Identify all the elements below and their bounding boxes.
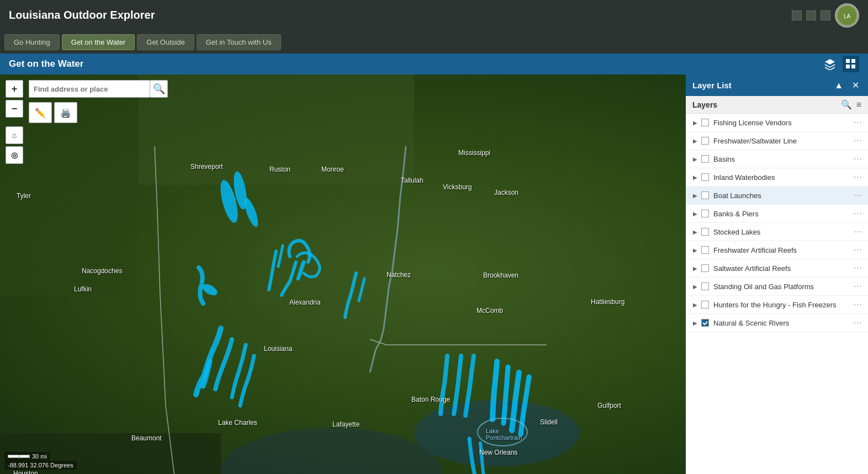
layer-expand-icon: ▶	[691, 210, 699, 217]
layer-checkbox-inland-waterbodies[interactable]	[701, 173, 709, 181]
layer-panel-title: Layer List	[692, 81, 732, 90]
scale-label: 30 mi	[32, 453, 47, 460]
layer-panel: Layer List ▲ ✕ Layers 🔍 ≡ ▶Fishing Licen…	[686, 74, 868, 474]
coordinates-display: -88.991 32.076 Degrees	[4, 461, 77, 470]
layer-checkbox-boat-launches[interactable]	[701, 191, 709, 199]
svg-text:LA: LA	[844, 13, 851, 19]
layer-checkbox-fishing-license[interactable]	[701, 119, 709, 126]
layer-name-boat-launches: Boat Launches	[713, 191, 854, 200]
layer-expand-icon: ▶	[691, 319, 699, 327]
layer-expand-icon: ▶	[691, 301, 699, 308]
header-icons	[822, 56, 859, 72]
layer-name-basins: Basins	[713, 155, 854, 163]
layer-item-freshwater-saltwater[interactable]: ▶Freshwater/Saltwater Line···	[686, 132, 868, 150]
scale-bar: 30 mi	[4, 452, 50, 461]
layer-expand-icon: ▶	[691, 264, 699, 272]
layer-item-hunters-hungry[interactable]: ▶Hunters for the Hungry - Fish Freezers·…	[686, 296, 868, 314]
layer-more-button-oil-gas[interactable]: ···	[854, 281, 862, 291]
layer-expand-icon: ▶	[691, 155, 699, 163]
search-input[interactable]	[29, 80, 150, 98]
layer-expand-icon: ▶	[691, 283, 699, 290]
extra-map-controls: ⌂ ◎	[6, 126, 23, 164]
svg-rect-4	[846, 65, 850, 68]
edit-button[interactable]: ✏️	[29, 102, 52, 123]
layer-more-button-hunters-hungry[interactable]: ···	[854, 300, 862, 310]
layer-item-inland-waterbodies[interactable]: ▶Inland Waterbodies···	[686, 168, 868, 187]
search-layers-button[interactable]: 🔍	[841, 99, 852, 110]
location-button[interactable]: ◎	[6, 146, 23, 164]
layer-more-button-basins[interactable]: ···	[854, 154, 862, 164]
layer-expand-icon: ▶	[691, 191, 699, 199]
layer-item-freshwater-reefs[interactable]: ▶Freshwater Artificial Reefs···	[686, 241, 868, 259]
search-bar: 🔍	[29, 80, 168, 98]
layer-panel-controls: ▲ ✕	[832, 79, 861, 92]
tab-get-on-water[interactable]: Get on the Water	[62, 34, 135, 50]
topbar-right: LA	[792, 3, 859, 28]
layer-name-fishing-license: Fishing License Vendors	[713, 119, 854, 127]
close-panel-button[interactable]: ✕	[850, 79, 861, 92]
layer-item-basins[interactable]: ▶Basins···	[686, 150, 868, 168]
layer-name-banks-piers: Banks & Piers	[713, 210, 854, 218]
app-logo: LA	[835, 3, 859, 28]
layer-item-boat-launches[interactable]: ▶Boat Launches···	[686, 187, 868, 205]
layer-expand-icon: ▶	[691, 228, 699, 236]
tab-get-outside[interactable]: Get Outside	[137, 34, 194, 50]
layer-item-stocked-lakes[interactable]: ▶Stocked Lakes···	[686, 223, 868, 241]
layer-item-saltwater-reefs[interactable]: ▶Saltwater Artificial Reefs···	[686, 259, 868, 278]
topbar: Louisiana Outdoor Explorer LA	[0, 0, 868, 30]
layer-more-button-freshwater-reefs[interactable]: ···	[854, 245, 862, 255]
search-button[interactable]: 🔍	[150, 80, 168, 98]
layers-icon-button[interactable]	[822, 56, 838, 72]
layer-checkbox-banks-piers[interactable]	[701, 210, 709, 217]
map-controls: + −	[6, 80, 23, 118]
layer-checkbox-freshwater-reefs[interactable]	[701, 246, 709, 254]
app-title: Louisiana Outdoor Explorer	[9, 9, 155, 22]
tab-go-hunting[interactable]: Go Hunting	[4, 34, 60, 50]
layer-more-button-boat-launches[interactable]: ···	[854, 190, 862, 200]
layer-more-button-saltwater-reefs[interactable]: ···	[854, 263, 862, 273]
layer-checkbox-hunters-hungry[interactable]	[701, 301, 709, 308]
layer-checkbox-saltwater-reefs[interactable]	[701, 264, 709, 272]
layer-more-button-inland-waterbodies[interactable]: ···	[854, 172, 862, 182]
layer-more-button-stocked-lakes[interactable]: ···	[854, 227, 862, 237]
layer-item-banks-piers[interactable]: ▶Banks & Piers···	[686, 205, 868, 223]
layer-item-natural-scenic[interactable]: ▶Natural & Scenic Rivers···	[686, 314, 868, 332]
layer-checkbox-stocked-lakes[interactable]	[701, 228, 709, 236]
layer-name-freshwater-saltwater: Freshwater/Saltwater Line	[713, 137, 854, 145]
layer-more-button-freshwater-saltwater[interactable]: ···	[854, 136, 862, 146]
edit-print-controls: ✏️ 🖨️	[29, 102, 77, 123]
filter-layers-button[interactable]: ≡	[856, 99, 861, 110]
svg-rect-8	[138, 74, 414, 185]
layer-panel-header: Layer List ▲ ✕	[686, 74, 868, 96]
tab-get-in-touch[interactable]: Get in Touch with Us	[197, 34, 281, 50]
layer-expand-icon: ▶	[691, 119, 699, 126]
layers-subheader-label: Layers	[692, 100, 717, 109]
grid-icon-button[interactable]	[843, 56, 859, 72]
layers-subheader-icons: 🔍 ≡	[841, 99, 861, 110]
section-header: Get on the Water	[0, 54, 868, 74]
collapse-panel-button[interactable]: ▲	[832, 79, 845, 92]
svg-rect-5	[851, 65, 855, 68]
layer-name-inland-waterbodies: Inland Waterbodies	[713, 173, 854, 182]
layer-more-button-natural-scenic[interactable]: ···	[854, 318, 862, 328]
layer-item-oil-gas[interactable]: ▶Standing Oil and Gas Platforms···	[686, 278, 868, 296]
svg-rect-2	[846, 59, 850, 63]
zoom-in-button[interactable]: +	[6, 80, 23, 98]
zoom-out-button[interactable]: −	[6, 100, 23, 118]
minimize-button[interactable]	[792, 10, 802, 20]
layer-name-stocked-lakes: Stocked Lakes	[713, 228, 854, 236]
layer-checkbox-basins[interactable]	[701, 155, 709, 163]
layer-list: ▶Fishing License Vendors···▶Freshwater/S…	[686, 114, 868, 474]
restore-button[interactable]	[821, 10, 830, 20]
layer-checkbox-oil-gas[interactable]	[701, 283, 709, 290]
maximize-button[interactable]	[806, 10, 816, 20]
map-container[interactable]: + − 🔍 ✏️ 🖨️ ⌂ ◎ Mississippi Tyler Ruston…	[0, 74, 868, 474]
layer-name-hunters-hungry: Hunters for the Hungry - Fish Freezers	[713, 301, 854, 309]
layer-more-button-fishing-license[interactable]: ···	[854, 118, 862, 127]
layer-checkbox-natural-scenic[interactable]	[701, 319, 709, 327]
home-button[interactable]: ⌂	[6, 126, 23, 144]
layer-item-fishing-license[interactable]: ▶Fishing License Vendors···	[686, 114, 868, 132]
print-button[interactable]: 🖨️	[54, 102, 77, 123]
layer-more-button-banks-piers[interactable]: ···	[854, 209, 862, 219]
layer-checkbox-freshwater-saltwater[interactable]	[701, 137, 709, 145]
